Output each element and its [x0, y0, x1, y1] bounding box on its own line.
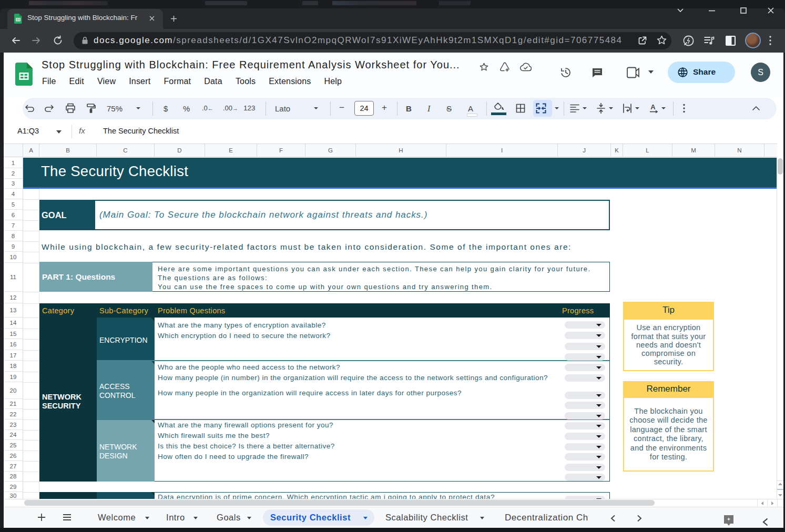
- svg-text:A: A: [650, 103, 656, 111]
